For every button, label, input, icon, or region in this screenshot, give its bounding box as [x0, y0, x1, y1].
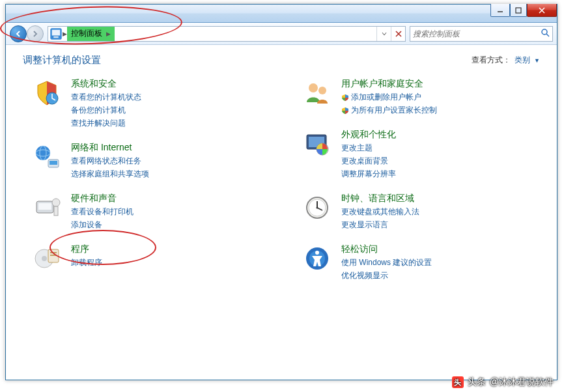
category-body: 轻松访问使用 Windows 建议的设置优化视频显示: [341, 244, 432, 281]
svg-point-5: [542, 29, 547, 35]
address-stop-button[interactable]: [391, 27, 405, 41]
network-internet-icon[interactable]: [32, 142, 62, 172]
close-button[interactable]: [527, 4, 557, 17]
svg-point-22: [309, 83, 318, 92]
category-link[interactable]: 使用 Windows 建议的设置: [341, 257, 432, 268]
category-link[interactable]: 查看设备和打印机: [71, 206, 134, 217]
category-body: 系统和安全查看您的计算机状态备份您的计算机查找并解决问题: [71, 78, 141, 129]
category-column-right: 用户帐户和家庭安全添加或删除用户帐户为所有用户设置家长控制外观和个性化更改主题更…: [302, 78, 540, 281]
category-item: 时钟、语言和区域更改键盘或其他输入法更改显示语言: [302, 193, 540, 231]
category-link[interactable]: 查看网络状态和任务: [71, 156, 149, 167]
svg-rect-3: [52, 29, 61, 35]
watermark: 头 头条 @沐沐君说软件: [452, 376, 554, 388]
search-icon[interactable]: [541, 28, 550, 40]
watermark-prefix: 头条: [468, 376, 486, 388]
category-link-text: 查看您的计算机状态: [71, 92, 141, 103]
svg-point-8: [36, 146, 50, 160]
category-title[interactable]: 程序: [71, 244, 102, 255]
category-link-text: 更改显示语言: [341, 219, 388, 231]
category-link[interactable]: 查看您的计算机状态: [71, 92, 141, 103]
breadcrumb-label: 控制面板: [71, 28, 102, 39]
category-link[interactable]: 备份您的计算机: [71, 105, 141, 116]
category-link[interactable]: 更改主题: [341, 143, 396, 154]
category-link[interactable]: 更改键盘或其他输入法: [341, 206, 419, 217]
category-title[interactable]: 外观和个性化: [341, 129, 396, 141]
category-link-text: 使用 Windows 建议的设置: [341, 257, 432, 268]
category-title[interactable]: 用户帐户和家庭安全: [341, 78, 437, 90]
category-body: 时钟、语言和区域更改键盘或其他输入法更改显示语言: [341, 193, 419, 231]
category-link-text: 添加或删除用户帐户: [351, 92, 421, 103]
svg-rect-12: [49, 161, 57, 165]
chevron-right-icon: ▶: [106, 31, 111, 37]
chevron-down-icon[interactable]: ▼: [534, 57, 540, 64]
category-link[interactable]: 选择家庭组和共享选项: [71, 169, 149, 180]
category-title[interactable]: 轻松访问: [341, 244, 432, 255]
appearance-icon[interactable]: [302, 129, 332, 159]
category-link-text: 查看网络状态和任务: [71, 156, 141, 167]
svg-point-23: [318, 87, 326, 94]
user-accounts-icon[interactable]: [302, 78, 332, 108]
navbar: ▶ 控制面板 ▶: [6, 23, 557, 45]
control-panel-window: ▶ 控制面板 ▶ 调整计算机的设置 查看方式： 类别 ▼ 系统和安全查: [5, 4, 557, 380]
category-item: 系统和安全查看您的计算机状态备份您的计算机查找并解决问题: [32, 78, 270, 129]
category-link-text: 选择家庭组和共享选项: [71, 169, 149, 180]
address-bar[interactable]: ▶ 控制面板 ▶: [48, 26, 406, 42]
category-link-text: 更改主题: [341, 143, 373, 154]
view-mode: 查看方式： 类别 ▼: [472, 55, 540, 66]
clock-region-icon[interactable]: [302, 193, 332, 223]
search-box[interactable]: [410, 26, 553, 42]
category-body: 程序卸载程序: [71, 244, 102, 268]
category-title[interactable]: 网络和 Internet: [71, 142, 149, 154]
category-link-text: 为所有用户设置家长控制: [351, 105, 437, 116]
category-link[interactable]: 更改桌面背景: [341, 156, 396, 167]
svg-point-15: [52, 199, 60, 206]
category-link[interactable]: 调整屏幕分辨率: [341, 169, 396, 180]
control-panel-icon: [49, 27, 63, 40]
category-body: 用户帐户和家庭安全添加或删除用户帐户为所有用户设置家长控制: [341, 78, 437, 116]
nav-back-button[interactable]: [10, 25, 27, 42]
category-link[interactable]: 更改显示语言: [341, 219, 419, 231]
content-area: 调整计算机的设置 查看方式： 类别 ▼ 系统和安全查看您的计算机状态备份您的计算…: [6, 45, 557, 380]
category-link-text: 更改桌面背景: [341, 156, 388, 167]
category-link[interactable]: 为所有用户设置家长控制: [341, 105, 437, 116]
system-security-icon[interactable]: [32, 78, 62, 108]
hardware-sound-icon[interactable]: [32, 193, 62, 223]
category-title[interactable]: 硬件和声音: [71, 193, 134, 204]
view-mode-value[interactable]: 类别: [515, 55, 530, 66]
svg-rect-21: [50, 255, 57, 256]
category-item: 网络和 Internet查看网络状态和任务选择家庭组和共享选项: [32, 142, 270, 180]
category-column-left: 系统和安全查看您的计算机状态备份您的计算机查找并解决问题网络和 Internet…: [32, 78, 270, 281]
category-title[interactable]: 时钟、语言和区域: [341, 193, 419, 204]
category-link-text: 备份您的计算机: [71, 105, 126, 116]
nav-forward-button[interactable]: [27, 25, 44, 42]
watermark-logo-icon: 头: [452, 376, 464, 388]
ease-of-access-icon[interactable]: [302, 244, 332, 273]
category-item: 程序卸载程序: [32, 244, 270, 273]
category-link-text: 查看设备和打印机: [71, 206, 134, 217]
category-link[interactable]: 添加设备: [71, 219, 134, 231]
category-title[interactable]: 系统和安全: [71, 78, 141, 90]
category-item: 轻松访问使用 Windows 建议的设置优化视频显示: [302, 244, 540, 281]
category-link[interactable]: 查找并解决问题: [71, 118, 141, 129]
category-link-text: 调整屏幕分辨率: [341, 169, 396, 180]
programs-icon[interactable]: [32, 244, 62, 273]
address-dropdown-button[interactable]: [376, 27, 391, 41]
category-link-text: 优化视频显示: [341, 270, 388, 281]
category-link[interactable]: 优化视频显示: [341, 270, 432, 281]
category-link[interactable]: 添加或删除用户帐户: [341, 92, 437, 103]
category-link-text: 更改键盘或其他输入法: [341, 206, 419, 217]
maximize-button[interactable]: [510, 4, 527, 17]
svg-line-6: [546, 34, 549, 36]
minimize-button[interactable]: [490, 4, 510, 17]
svg-rect-20: [50, 252, 57, 253]
category-item: 用户帐户和家庭安全添加或删除用户帐户为所有用户设置家长控制: [302, 78, 540, 116]
category-link[interactable]: 卸载程序: [71, 257, 102, 268]
search-input[interactable]: [413, 29, 541, 38]
svg-point-31: [317, 207, 318, 209]
svg-point-34: [315, 251, 319, 255]
category-link-text: 添加设备: [71, 219, 102, 231]
category-link-text: 卸载程序: [71, 257, 102, 268]
category-item: 外观和个性化更改主题更改桌面背景调整屏幕分辨率: [302, 129, 540, 180]
breadcrumb-root[interactable]: 控制面板 ▶: [67, 27, 115, 41]
view-mode-label: 查看方式：: [472, 55, 511, 66]
